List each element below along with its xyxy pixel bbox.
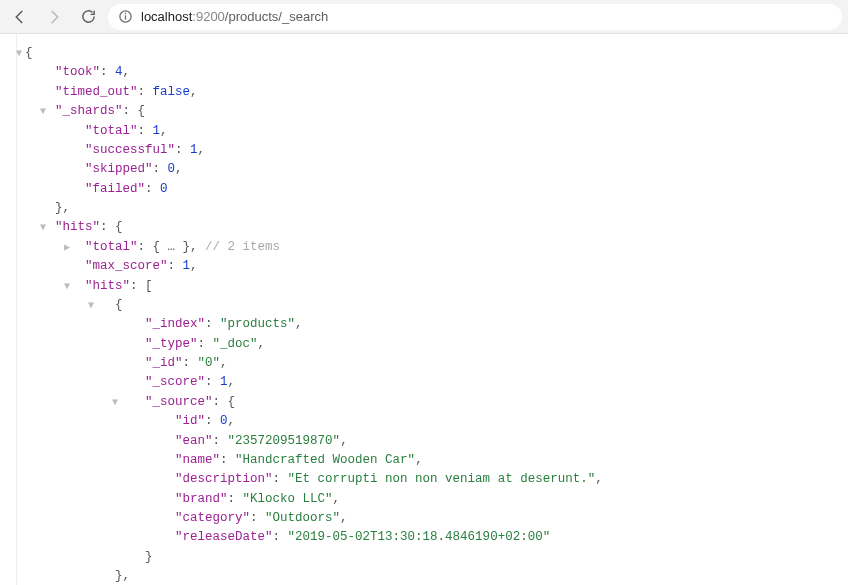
forward-button[interactable] xyxy=(40,3,68,31)
reload-icon xyxy=(80,8,97,25)
json-line[interactable]: ▼ { xyxy=(10,296,848,315)
json-line[interactable]: "_type": "_doc", xyxy=(10,335,848,354)
json-line[interactable]: "_index": "products", xyxy=(10,315,848,334)
json-line[interactable]: ▶ "total": { … }, // 2 items xyxy=(10,238,848,257)
json-line[interactable]: } xyxy=(10,548,848,567)
json-line[interactable]: "id": 0, xyxy=(10,412,848,431)
json-line[interactable]: ▼ "_source": { xyxy=(10,393,848,412)
json-line[interactable]: }, xyxy=(10,567,848,585)
json-line[interactable]: "description": "Et corrupti non non veni… xyxy=(10,470,848,489)
json-line[interactable]: "failed": 0 xyxy=(10,180,848,199)
json-line[interactable]: ▼ "hits": [ xyxy=(10,277,848,296)
json-line[interactable]: ▼ { xyxy=(10,44,848,63)
json-line[interactable]: "timed_out": false, xyxy=(10,83,848,102)
browser-toolbar: localhost:9200/products/_search xyxy=(0,0,848,34)
url-text: localhost:9200/products/_search xyxy=(141,9,328,24)
json-line[interactable]: "took": 4, xyxy=(10,63,848,82)
json-line[interactable]: "name": "Handcrafted Wooden Car", xyxy=(10,451,848,470)
json-line[interactable]: }, xyxy=(10,199,848,218)
arrow-right-icon xyxy=(45,8,63,26)
json-viewer: ▼ { "took": 4, "timed_out": false, ▼ "_s… xyxy=(0,34,848,585)
back-button[interactable] xyxy=(6,3,34,31)
json-line[interactable]: ▼ "hits": { xyxy=(10,218,848,237)
json-line[interactable]: "total": 1, xyxy=(10,122,848,141)
svg-point-2 xyxy=(125,13,127,15)
json-line[interactable]: "releaseDate": "2019-05-02T13:30:18.4846… xyxy=(10,528,848,547)
json-line[interactable]: "ean": "2357209519870", xyxy=(10,432,848,451)
json-line[interactable]: "successful": 1, xyxy=(10,141,848,160)
reload-button[interactable] xyxy=(74,3,102,31)
json-line[interactable]: "_score": 1, xyxy=(10,373,848,392)
info-icon[interactable] xyxy=(118,9,133,24)
json-line[interactable]: "brand": "Klocko LLC", xyxy=(10,490,848,509)
url-bar[interactable]: localhost:9200/products/_search xyxy=(108,4,842,30)
json-line[interactable]: "max_score": 1, xyxy=(10,257,848,276)
json-line[interactable]: "_id": "0", xyxy=(10,354,848,373)
json-line[interactable]: "skipped": 0, xyxy=(10,160,848,179)
json-line[interactable]: ▼ "_shards": { xyxy=(10,102,848,121)
arrow-left-icon xyxy=(11,8,29,26)
json-line[interactable]: "category": "Outdoors", xyxy=(10,509,848,528)
